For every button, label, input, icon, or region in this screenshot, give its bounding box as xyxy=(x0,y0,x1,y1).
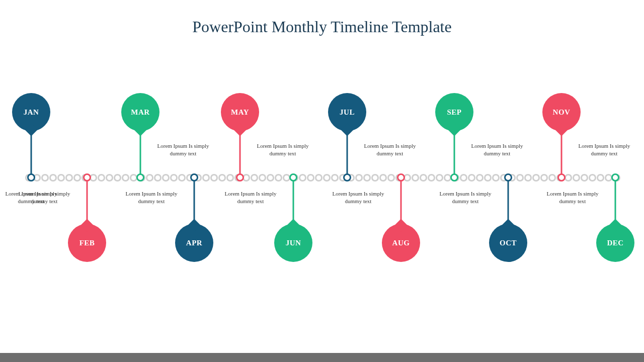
month-balloon-jun: JUN xyxy=(274,224,312,262)
timeline-bead xyxy=(114,174,121,182)
timeline-bead xyxy=(178,174,186,182)
timeline-bead xyxy=(146,174,153,182)
timeline-stem xyxy=(454,130,455,175)
timeline-bead xyxy=(267,174,274,182)
month-balloon-aug: AUG xyxy=(382,224,420,262)
timeline-node xyxy=(136,173,144,182)
month-balloon-mar: MAR xyxy=(121,93,159,131)
month-description: Lorem Ipsum Is simply dummy text xyxy=(124,190,179,205)
timeline-node xyxy=(289,173,297,182)
month-description: Lorem Ipsum Is simply dummy text xyxy=(577,142,632,157)
month-label: DEC xyxy=(607,239,623,247)
month-description: Lorem Ipsum Is simply dummy text xyxy=(223,190,278,205)
timeline-bead xyxy=(251,174,258,182)
month-label: OCT xyxy=(500,239,517,247)
month-label: SEP xyxy=(447,108,461,117)
timeline-bead xyxy=(307,174,314,182)
timeline-bead xyxy=(323,174,331,182)
timeline-bead xyxy=(57,174,65,182)
month-balloon-may: MAY xyxy=(221,93,259,131)
timeline-bead xyxy=(331,174,339,182)
month-balloon-feb: FEB xyxy=(68,224,106,262)
timeline-bead xyxy=(259,174,266,182)
timeline-node xyxy=(557,173,566,182)
timeline-bead xyxy=(387,174,395,182)
timeline-bead xyxy=(484,174,492,182)
timeline-bead xyxy=(275,174,282,182)
timeline-node xyxy=(343,173,351,182)
timeline-node xyxy=(611,173,619,182)
month-label: NOV xyxy=(553,108,571,117)
month-label: JUL xyxy=(340,108,355,117)
timeline-bead xyxy=(355,174,363,182)
timeline-bead xyxy=(218,174,226,182)
month-description: Lorem Ipsum Is simply dummy text xyxy=(17,190,72,205)
timeline-bead xyxy=(460,174,467,182)
timeline-stem xyxy=(347,130,348,175)
timeline-bead xyxy=(597,174,604,182)
timeline-bead xyxy=(589,174,596,182)
month-label: AUG xyxy=(392,239,410,247)
month-balloon-apr: APR xyxy=(175,224,213,262)
timeline-bead xyxy=(412,174,419,182)
timeline-bead xyxy=(162,174,170,182)
timeline-bead xyxy=(73,174,81,182)
timeline-bead xyxy=(436,174,443,182)
timeline-bead-row xyxy=(25,174,620,182)
timeline-stem xyxy=(31,130,32,175)
month-balloon-oct: OCT xyxy=(489,224,527,262)
timeline-bead xyxy=(363,174,371,182)
month-description: Lorem Ipsum Is simply dummy text xyxy=(255,142,310,157)
month-label: MAY xyxy=(231,108,249,117)
timeline-bead xyxy=(468,174,475,182)
timeline-bead xyxy=(122,174,129,182)
month-description: Lorem Ipsum Is simply dummy text xyxy=(331,190,386,205)
timeline-bead xyxy=(98,174,105,182)
month-label: JUN xyxy=(286,239,301,247)
timeline-bead xyxy=(428,174,435,182)
timeline-bead xyxy=(226,174,234,182)
timeline-node xyxy=(27,173,35,182)
timeline-bead xyxy=(573,174,580,182)
timeline-bead xyxy=(581,174,588,182)
timeline-bead xyxy=(548,174,556,182)
timeline-bead xyxy=(106,174,113,182)
timeline-stem xyxy=(561,130,562,175)
month-description: Lorem Ipsum Is simply dummy text xyxy=(545,190,600,205)
timeline-bead xyxy=(41,174,49,182)
month-label: FEB xyxy=(79,239,95,247)
month-label: JAN xyxy=(24,108,39,117)
timeline-bead xyxy=(420,174,427,182)
timeline-node xyxy=(397,173,405,182)
timeline-stem xyxy=(239,130,241,175)
timeline-bead xyxy=(524,174,532,182)
timeline-node xyxy=(504,173,512,182)
month-balloon-jul: JUL xyxy=(328,93,366,131)
timeline-bead xyxy=(154,174,162,182)
month-label: APR xyxy=(186,239,202,247)
month-description: Lorem Ipsum Is simply dummy text xyxy=(438,190,493,205)
month-description: Lorem Ipsum Is simply dummy text xyxy=(362,142,418,157)
month-label: MAR xyxy=(131,108,149,117)
footer-bar xyxy=(0,353,644,362)
timeline-bead xyxy=(492,174,500,182)
timeline-bead xyxy=(65,174,73,182)
timeline-bead xyxy=(170,174,178,182)
timeline-node xyxy=(236,173,244,182)
timeline-bead xyxy=(476,174,484,182)
month-balloon-jan: JAN xyxy=(12,93,50,131)
timeline-stem xyxy=(140,130,141,175)
month-description: Lorem Ipsum Is simply dummy text xyxy=(155,142,211,157)
timeline-bead xyxy=(315,174,323,182)
month-balloon-nov: NOV xyxy=(542,93,581,131)
timeline-bead xyxy=(516,174,524,182)
timeline-bead xyxy=(299,174,306,182)
timeline-bead xyxy=(371,174,379,182)
timeline-bead xyxy=(49,174,57,182)
timeline-bead xyxy=(532,174,540,182)
timeline-bead xyxy=(379,174,387,182)
timeline-diagram: JANLorem Ipsum Is simply dummy textFEBLo… xyxy=(0,0,644,362)
month-balloon-sep: SEP xyxy=(435,93,473,131)
timeline-node xyxy=(190,173,198,182)
timeline-bead xyxy=(565,174,572,182)
